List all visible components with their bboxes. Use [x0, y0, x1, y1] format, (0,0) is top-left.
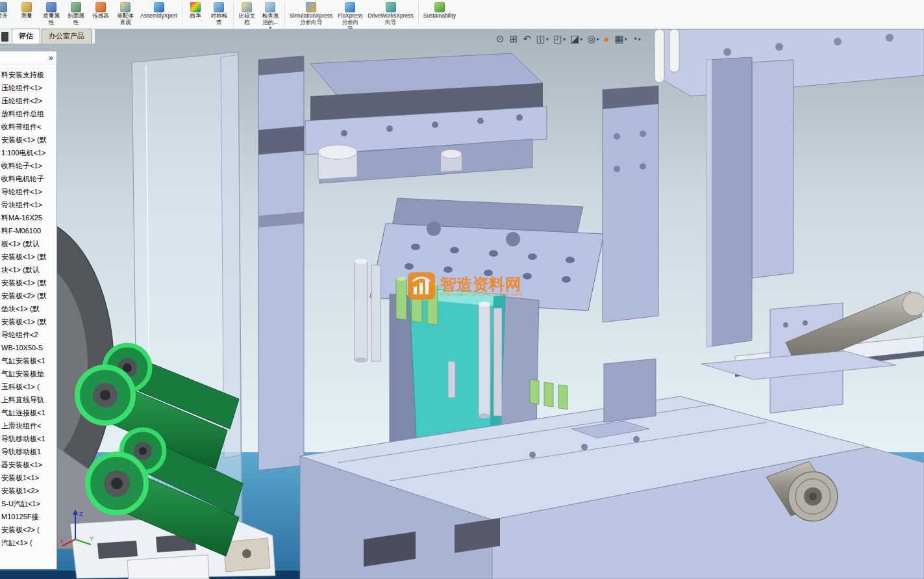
upper-plate-assembly[interactable]	[305, 53, 547, 183]
curvature-icon	[190, 2, 201, 12]
feature-tree-item[interactable]: 放料组件总组	[0, 107, 56, 120]
feature-tree-item[interactable]: 气缸连接板<1	[0, 406, 56, 419]
feature-tree-item[interactable]: 垫块<1> (默	[0, 302, 56, 315]
ribbon-tool-label: FloXpress 分析向 导	[338, 13, 362, 29]
align-icon	[0, 2, 7, 12]
ribbon-tool[interactable]: 剖面属 性	[64, 1, 88, 29]
ribbon-tool[interactable]: DriveWorksXpress 向导	[366, 1, 416, 29]
measure-icon	[21, 2, 32, 12]
ribbon-tool[interactable]: 测量	[14, 1, 39, 25]
feature-tree-item[interactable]: 料F-M06100	[0, 224, 56, 237]
triad-z-label: Z	[79, 511, 83, 517]
ribbon-tool[interactable]: 检查激 活的... ▾	[258, 1, 282, 29]
feature-tree-item[interactable]: 骨块组件<1>	[0, 198, 56, 211]
feature-tree-item[interactable]: 安装板<2> (	[0, 523, 56, 536]
feature-tree-item[interactable]: 压轮组件<1>	[0, 81, 56, 94]
feature-tree-item[interactable]: 安装板<2> (默	[0, 289, 56, 302]
previous-view-icon: ↶	[523, 33, 531, 45]
zoom-fit-icon: ⊙	[496, 33, 505, 45]
feature-tree-item[interactable]: 压轮组件<2>	[0, 94, 56, 107]
feature-tree-item[interactable]: WB-10X50-S	[0, 341, 56, 354]
ribbon-tool[interactable]: SimulationXpress 分析向导	[284, 1, 335, 29]
section-properties-icon	[71, 2, 81, 12]
ribbon-tool-label: Sustainability	[423, 13, 456, 19]
view-settings-icon: ◔	[632, 33, 638, 45]
ribbon-tool[interactable]: FloXpress 分析向 导	[335, 1, 365, 29]
edit-appearance-button[interactable]: ●	[602, 32, 611, 45]
command-tab[interactable]: 评估	[12, 29, 40, 44]
ribbon-tool-label: SimulationXpress 分析向导	[290, 13, 332, 26]
ribbon-tool[interactable]: 比较文 档	[233, 1, 258, 29]
feature-tree-item[interactable]: 汽缸<1> (	[0, 536, 56, 549]
tab-strip: 评估 办公室产品	[12, 29, 93, 44]
heads-up-view-toolbar: ⊙ ⊞ ↶ ◫ ▾ ◰ ▾ ◪ ▾ ◎ ▾ ● ▦ ▾ ◔ ▾	[495, 32, 642, 45]
feature-tree-item[interactable]: 安装板1<2>	[0, 484, 56, 497]
ribbon-tool-label: 曲率	[190, 13, 201, 19]
feature-tree-item[interactable]: 导轮组件<1>	[0, 185, 56, 198]
display-style-button[interactable]: ◪ ▾	[569, 32, 584, 45]
feature-tree-item[interactable]: 收料带组件<	[0, 120, 56, 133]
feature-tree-item[interactable]: 1:100电机<1>	[0, 146, 56, 159]
feature-tree-item[interactable]: 收料电机轮子	[0, 172, 56, 185]
view-orientation-cube-icon: ◰	[553, 33, 562, 45]
ribbon-tool[interactable]: AssemblyXpert	[138, 1, 180, 25]
feature-tree-item[interactable]: 气缸安装板<1	[0, 354, 56, 367]
feature-tree-item[interactable]: M10125F接	[0, 510, 56, 523]
ribbon-tool[interactable]: 曲率	[182, 1, 206, 25]
feature-tree-item[interactable]: 收料轮子<1>	[0, 159, 56, 172]
edit-appearance-ball-icon: ●	[603, 33, 609, 45]
feature-tree-header: »	[0, 51, 56, 64]
hide-show-items-icon: ◎	[587, 33, 595, 45]
feature-tree-item[interactable]: 板<1> (默认	[0, 237, 56, 250]
ribbon-tool[interactable]: 对齐	[0, 1, 14, 25]
compare-documents-icon	[242, 2, 252, 12]
dropdown-arrow-icon: ▾	[638, 36, 641, 42]
ribbon-tool[interactable]: 装配体 直观	[113, 1, 138, 29]
feature-tree-item[interactable]: 安装板<1> (默	[0, 250, 56, 263]
dropdown-arrow-icon: ▾	[546, 36, 549, 42]
ribbon-tool[interactable]: 对称检 查	[206, 1, 231, 29]
feature-tree-item[interactable]: 料安装支持板	[0, 68, 56, 81]
zoom-fit-button[interactable]: ⊙	[495, 32, 506, 45]
feature-tree-item[interactable]: 导轮组件<2	[0, 328, 56, 341]
apply-scene-button[interactable]: ▦ ▾	[614, 32, 629, 45]
feature-tree-item[interactable]: 气缸安装板垫	[0, 367, 56, 380]
dropdown-arrow-icon: ▾	[580, 36, 582, 42]
sustainability-icon	[434, 2, 445, 12]
feature-tree-item[interactable]: 安装板<1> (默	[0, 315, 56, 328]
ribbon-tool-label: AssemblyXpert	[140, 13, 177, 19]
file-icon	[1, 32, 8, 42]
zoom-area-button[interactable]: ⊞	[508, 32, 520, 45]
view-settings-button[interactable]: ◔ ▾	[631, 32, 642, 45]
feature-tree-item[interactable]: 块<1> (默认	[0, 263, 56, 276]
view-orientation-button[interactable]: ◰ ▾	[552, 32, 567, 45]
feature-tree-item[interactable]: 器安装板<1>	[0, 458, 56, 471]
simulationxpress-icon	[306, 2, 316, 12]
section-view-icon: ◫	[536, 33, 545, 45]
command-tab[interactable]: 办公室产品	[42, 29, 92, 44]
ribbon-tool[interactable]: 质量属 性	[39, 1, 64, 29]
graphics-viewport[interactable]	[0, 29, 924, 579]
command-tab-bar: 评估 办公室产品	[0, 29, 95, 44]
feature-tree-item[interactable]: 安装板<1> (默	[0, 276, 56, 289]
feature-tree-item[interactable]: 上料直线导轨	[0, 393, 56, 406]
ribbon-tool-label: 质量属 性	[43, 13, 60, 26]
feature-tree-item[interactable]: 玉科板<1> (	[0, 380, 56, 393]
feature-tree-item[interactable]: 安装板1<1>	[0, 471, 56, 484]
ribbon-tool[interactable]: 传感器	[88, 1, 113, 25]
feature-tree-item[interactable]: 料MA-16X25	[0, 211, 56, 224]
feature-tree-item[interactable]: 上滑块组件<	[0, 419, 56, 432]
feature-tree-item[interactable]: 导轨移动板1	[0, 445, 56, 458]
ribbon-tool[interactable]: Sustainability	[418, 1, 458, 25]
ribbon-tool-label: DriveWorksXpress 向导	[368, 13, 414, 26]
feature-tree-item[interactable]: S-U汽缸<1>	[0, 497, 56, 510]
feature-tree-item[interactable]: 导轨移动板<1	[0, 432, 56, 445]
previous-view-button[interactable]: ↶	[521, 32, 533, 45]
collapse-panel-button[interactable]: »	[49, 52, 53, 64]
feature-tree-item[interactable]: 安装板<1> (默	[0, 133, 56, 146]
hide-show-items-button[interactable]: ◎ ▾	[586, 32, 600, 45]
left-column-part[interactable]	[258, 56, 304, 470]
section-view-button[interactable]: ◫ ▾	[535, 32, 550, 45]
triad-x-label: X	[60, 538, 64, 545]
orientation-triad[interactable]: Z X Y	[58, 507, 95, 551]
